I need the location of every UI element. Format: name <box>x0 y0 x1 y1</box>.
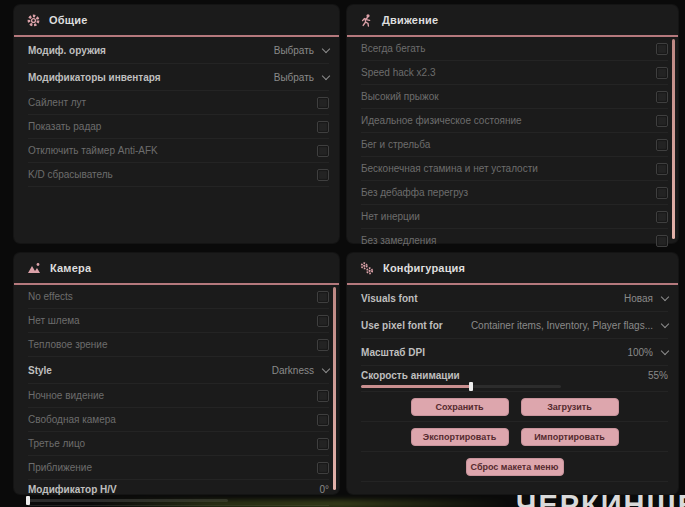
gears-icon <box>360 262 374 275</box>
slider-row-top: Модификатор H/V0° <box>28 482 329 496</box>
checkbox[interactable] <box>656 211 668 223</box>
checkbox[interactable] <box>317 315 329 327</box>
chevron-down-icon <box>322 71 330 79</box>
slider-fill <box>361 385 471 388</box>
row-label: Отключить таймер Anti-AFK <box>28 145 158 156</box>
row-label: Идеальное физическое состояние <box>361 115 522 126</box>
slider-value: 55% <box>648 370 668 381</box>
row-checkbox: Свободная камера <box>28 408 329 432</box>
panel-camera-header: Камера <box>14 253 339 285</box>
dropdown[interactable]: Выбрать <box>274 72 329 83</box>
row-label: Масштаб DPI <box>361 347 425 358</box>
row-checkbox: Сайлент лут <box>28 91 329 115</box>
action-button[interactable]: Сохранить <box>411 398 509 416</box>
image-icon <box>27 262 41 274</box>
checkbox[interactable] <box>317 390 329 402</box>
row-checkbox: Без замедления <box>361 229 668 253</box>
panel-movement-rows: Всегда бегатьSpeed hack x2.3Высокий прыж… <box>347 37 678 253</box>
row-label: Сайлент лут <box>28 97 86 108</box>
row-label: Нет шлема <box>28 315 80 326</box>
panel-config: Конфигурация Visuals fontНоваяUse pixel … <box>347 253 678 494</box>
checkbox[interactable] <box>656 43 668 55</box>
background-glow <box>90 501 510 507</box>
row-label: Всегда бегать <box>361 43 425 54</box>
row-label: Ночное видение <box>28 390 104 401</box>
row-checkbox: Без дебаффа перегруз <box>361 181 668 205</box>
checkbox[interactable] <box>317 438 329 450</box>
checkbox[interactable] <box>317 414 329 426</box>
dropdown-value: Выбрать <box>274 72 314 83</box>
scrollbar[interactable] <box>672 39 675 239</box>
panel-config-rows: Visuals fontНоваяUse pixel font forConta… <box>347 285 678 392</box>
row-dropdown: StyleDarkness <box>28 357 329 384</box>
checkbox[interactable] <box>656 187 668 199</box>
checkbox[interactable] <box>317 97 329 109</box>
row-checkbox: Бег и стрельба <box>361 133 668 157</box>
row-label: Скорость анимации <box>361 370 460 381</box>
row-checkbox: Третье лицо <box>28 432 329 456</box>
action-button[interactable]: Импортировать <box>521 428 619 446</box>
slider-handle[interactable] <box>469 382 473 391</box>
scrollbar[interactable] <box>333 287 336 490</box>
mod-menu-screen: { "accent": "#dba1a8", "underline": "#b5… <box>0 0 685 507</box>
row-label: Нет инерции <box>361 211 420 222</box>
dropdown[interactable]: Новая <box>624 293 668 304</box>
checkbox[interactable] <box>317 169 329 181</box>
runner-icon <box>360 14 373 27</box>
dropdown-value: Новая <box>624 293 653 304</box>
checkbox[interactable] <box>656 91 668 103</box>
row-checkbox: Ночное видение <box>28 384 329 408</box>
row-label: Бесконечная стамина и нет усталости <box>361 163 538 174</box>
row-label: Без дебаффа перегруз <box>361 187 468 198</box>
row-label: Speed hack x2.3 <box>361 67 436 78</box>
row-label: Use pixel font for <box>361 320 443 331</box>
checkbox[interactable] <box>317 121 329 133</box>
checkbox[interactable] <box>656 115 668 127</box>
action-button[interactable]: Сброс макета меню <box>466 458 564 476</box>
row-checkbox: Тепловое зрение <box>28 333 329 357</box>
dropdown[interactable]: Выбрать <box>274 45 329 56</box>
row-label: Тепловое зрение <box>28 339 108 350</box>
slider-handle[interactable] <box>26 496 30 505</box>
row-label: Показать радар <box>28 121 101 132</box>
checkbox[interactable] <box>317 145 329 157</box>
row-checkbox: Нет инерции <box>361 205 668 229</box>
checkbox[interactable] <box>656 67 668 79</box>
panel-camera: Камера No effectsНет шлемаТепловое зрени… <box>14 253 339 494</box>
row-label: Высокий прыжок <box>361 91 439 102</box>
slider-track[interactable] <box>361 385 561 388</box>
chevron-down-icon <box>322 44 330 52</box>
row-label: No effects <box>28 291 73 302</box>
dropdown[interactable]: Darkness <box>272 365 329 376</box>
chevron-down-icon <box>661 346 669 354</box>
checkbox[interactable] <box>317 291 329 303</box>
row-dropdown: Модификаторы инвентаряВыбрать <box>28 64 329 91</box>
watermark-text: ЧЕРКИНШЕ <box>516 489 685 507</box>
row-checkbox: Speed hack x2.3 <box>361 61 668 85</box>
checkbox[interactable] <box>317 339 329 351</box>
row-slider: Скорость анимации55% <box>361 366 668 392</box>
panel-general: Общие Модиф. оружияВыбратьМодификаторы и… <box>14 5 339 243</box>
button-row: Сброс макета меню <box>361 452 668 482</box>
action-button[interactable]: Экспортировать <box>411 428 509 446</box>
chevron-down-icon <box>661 319 669 327</box>
row-checkbox: No effects <box>28 285 329 309</box>
row-checkbox: Нет шлема <box>28 309 329 333</box>
dropdown-value: Выбрать <box>274 45 314 56</box>
panel-title: Общие <box>49 14 88 26</box>
checkbox[interactable] <box>656 235 668 247</box>
dropdown[interactable]: 100% <box>627 347 668 358</box>
action-button[interactable]: Загрузить <box>521 398 619 416</box>
dropdown[interactable]: Container items, Inventory, Player flags… <box>471 320 668 331</box>
checkbox[interactable] <box>317 462 329 474</box>
checkbox[interactable] <box>656 163 668 175</box>
row-checkbox: Идеальное физическое состояние <box>361 109 668 133</box>
row-dropdown: Use pixel font forContainer items, Inven… <box>361 312 668 339</box>
panel-camera-rows: No effectsНет шлемаТепловое зрениеStyleD… <box>14 285 339 506</box>
checkbox[interactable] <box>656 139 668 151</box>
row-label: Visuals font <box>361 293 418 304</box>
button-row: СохранитьЗагрузить <box>361 392 668 422</box>
row-dropdown: Модиф. оружияВыбрать <box>28 37 329 64</box>
row-label: Модификатор H/V <box>28 484 117 495</box>
row-label: Без замедления <box>361 235 436 246</box>
